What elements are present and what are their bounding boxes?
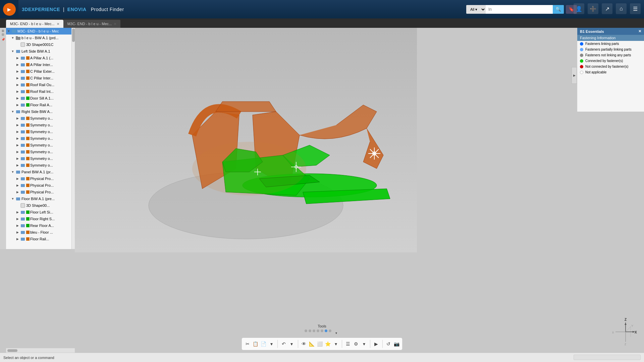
home-icon[interactable]: ⌂ <box>616 3 627 14</box>
expand-rearfloor[interactable]: ▶ <box>15 224 19 228</box>
tree-item-panel-biw[interactable]: ▼ Panel BiW A.1 (pr... <box>6 169 74 175</box>
expand-bleu[interactable]: ▼ <box>11 36 15 40</box>
tree-item-rearfloor[interactable]: ▶ Rear Floor A... <box>6 222 74 229</box>
capture-tool[interactable]: 📷 <box>393 339 399 349</box>
expand-sym7[interactable]: ▶ <box>15 157 19 161</box>
expand-cpillar-int[interactable]: ▶ <box>15 76 19 80</box>
search-input[interactable] <box>486 5 553 14</box>
tree-item-leftside[interactable]: ▼ Left Side BiW A.1 <box>6 48 74 55</box>
expand-doorsill[interactable]: ▶ <box>15 96 19 100</box>
expand-floorrail2[interactable]: ▶ <box>15 237 19 241</box>
tree-item-floor-biw[interactable]: ▼ Floor BiW A.1 (pre... <box>6 195 74 202</box>
expand-sym4[interactable]: ▶ <box>15 136 19 140</box>
expand-apillar1[interactable]: ▶ <box>15 56 19 60</box>
settings-tool[interactable]: ⚙ <box>353 339 359 349</box>
select-tool[interactable]: ⬜ <box>317 339 323 349</box>
tree-item-cpillar-ext[interactable]: ▶ C Pillar Exter... <box>6 68 74 75</box>
share-icon[interactable]: ↗ <box>602 3 612 14</box>
tab-inactive-close[interactable]: ✕ <box>114 22 116 26</box>
pin-icon[interactable]: 📌 <box>0 38 6 41</box>
tree-item-floorrail[interactable]: ▶ Floor Rail A... <box>6 102 74 108</box>
tree-item-sym3[interactable]: ▶ Symmetry o... <box>6 128 74 135</box>
tab-inactive[interactable]: M3C- END - b l e u - Mec... ✕ <box>63 20 121 28</box>
expand-phys2[interactable]: ▶ <box>15 183 19 187</box>
tab-active[interactable]: M3C- END - b l e u - Mec... ✕ <box>6 20 63 28</box>
star-tool[interactable]: ⭐ <box>325 339 331 349</box>
tree-item-physical2[interactable]: ▶ Physical Pro... <box>6 182 74 189</box>
expand-roofrail-int[interactable]: ▶ <box>15 89 19 94</box>
tree-item-bleu-biw[interactable]: ▼ b l e u - BiW A.1 (prd... <box>6 35 74 41</box>
expand-rightside[interactable]: ▼ <box>11 110 15 114</box>
tree-item-physical3[interactable]: ▶ Physical Pro... <box>6 189 74 195</box>
refresh-tool[interactable]: ↺ <box>385 339 391 349</box>
collapse-icon[interactable]: ⊟ <box>0 33 6 36</box>
expand-roofrail[interactable]: ▶ <box>15 83 19 87</box>
right-panel-toggle[interactable]: ▶ <box>572 67 577 84</box>
dot-3[interactable] <box>317 329 319 332</box>
tree-item-sym6[interactable]: ▶ Symmetry o... <box>6 148 74 155</box>
tree-item-floorright[interactable]: ▶ Floor Right S... <box>6 216 74 222</box>
tree-item-floorleft[interactable]: ▶ Floor Left Si... <box>6 209 74 216</box>
search-button[interactable]: 🔍 <box>553 5 564 14</box>
expand-sym1[interactable]: ▶ <box>15 116 19 120</box>
expand-phys1[interactable]: ▶ <box>15 177 19 181</box>
expand-phys3[interactable]: ▶ <box>15 190 19 194</box>
tree-item-3dshape[interactable]: 3D Shape0001C <box>6 41 74 48</box>
plus-icon[interactable]: ➕ <box>588 3 598 14</box>
expand-sym6[interactable]: ▶ <box>15 150 19 154</box>
measure-tool[interactable]: 📐 <box>309 339 315 349</box>
expand-floorleft[interactable]: ▶ <box>15 210 19 214</box>
expand-floorright[interactable]: ▶ <box>15 217 19 221</box>
menu-icon[interactable]: ☰ <box>630 3 641 14</box>
expand-sym3[interactable]: ▶ <box>15 130 19 134</box>
tree-item-roofrail[interactable]: ▶ Roof Rail Ou... <box>6 81 74 88</box>
expand-icon[interactable]: ⊞ <box>0 29 6 33</box>
tree-item-bleu-floor[interactable]: ▶ bleu - Floor ... <box>6 229 74 236</box>
tree-item-doorsill[interactable]: ▶ Door Sill A.1... <box>6 95 74 102</box>
tree-item-floorrail2[interactable]: ▶ Floor Rail... <box>6 236 74 242</box>
tree-item-sym1[interactable]: ▶ Symmetry o... <box>6 115 74 122</box>
tree-item-sym4[interactable]: ▶ Symmetry o... <box>6 135 74 142</box>
tree-item-cpillar-int[interactable]: ▶ C Pillar Inter... <box>6 75 74 81</box>
expand-leftside[interactable]: ▼ <box>11 49 15 53</box>
hscroll-thumb[interactable] <box>7 349 17 352</box>
expand-sym5[interactable]: ▶ <box>15 143 19 147</box>
tree-item-sym7[interactable]: ▶ Symmetry o... <box>6 155 74 162</box>
cut-tool[interactable]: ✂ <box>245 339 251 349</box>
tree-item-physical1[interactable]: ▶ Physical Pro... <box>6 175 74 182</box>
list-tool[interactable]: ☰ <box>345 339 351 349</box>
undo-tool[interactable]: ↶ <box>281 339 287 349</box>
tree-item-apillar-inter[interactable]: ▶ A Pillar Inter... <box>6 61 74 68</box>
tree-hscrollbar[interactable] <box>6 348 75 353</box>
user-icon[interactable]: 👤 <box>574 3 584 14</box>
tab-active-close[interactable]: ✕ <box>57 22 59 26</box>
tree-item-sym2[interactable]: ▶ Symmetry o... <box>6 122 74 128</box>
expand-floorrail[interactable]: ▶ <box>15 103 19 107</box>
search-filter[interactable]: All ▾ <box>466 5 486 14</box>
tree-item-roofrail-int[interactable]: ▶ Roof Rail Int... <box>6 88 74 95</box>
dot-5[interactable] <box>325 329 327 332</box>
viewport[interactable] <box>75 28 417 252</box>
expand-bleu-floor[interactable]: ▶ <box>15 230 19 234</box>
expand-panel-biw[interactable]: ▼ <box>11 170 15 174</box>
vscroll-thumb[interactable] <box>72 28 75 42</box>
tree-item-sym8[interactable]: ▶ Symmetry o... <box>6 162 74 169</box>
dot-1[interactable] <box>309 329 311 332</box>
dot-0[interactable] <box>305 329 307 332</box>
dot-4[interactable] <box>321 329 323 332</box>
tree-root[interactable]: ▼ M3C- END - b l e u - Mec <box>6 28 74 35</box>
tree-item-apillar1[interactable]: ▶ A Pillar A.1 (... <box>6 55 74 61</box>
expand-sym8[interactable]: ▶ <box>15 163 19 167</box>
expand-root[interactable]: ▼ <box>7 29 11 33</box>
settings-dropdown[interactable]: ▾ <box>361 339 367 349</box>
tree-item-rightside[interactable]: ▼ Right Side BiW A... <box>6 108 74 115</box>
paste-tool[interactable]: 📄 <box>261 339 267 349</box>
expand-sym2[interactable]: ▶ <box>15 123 19 127</box>
tree-item-sym5[interactable]: ▶ Symmetry o... <box>6 142 74 148</box>
view-tool[interactable]: 👁 <box>301 339 307 349</box>
tree-item-3dshape-floor[interactable]: 3D Shape00... <box>6 202 74 209</box>
expand-cpillar-ext[interactable]: ▶ <box>15 69 19 73</box>
undo-dropdown[interactable]: ▾ <box>289 339 295 349</box>
dot-6[interactable] <box>329 329 331 332</box>
dot-2[interactable] <box>313 329 315 332</box>
